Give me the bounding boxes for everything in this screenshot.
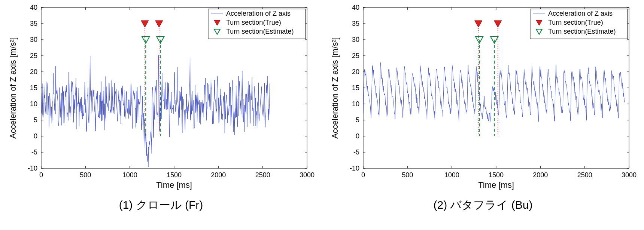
- svg-text:Time [ms]: Time [ms]: [478, 180, 514, 190]
- svg-text:5: 5: [356, 116, 359, 124]
- chart-1-svg: 050010001500200025003000-10-505101520253…: [7, 0, 315, 194]
- svg-text:-10: -10: [28, 165, 37, 172]
- svg-text:5: 5: [34, 116, 37, 124]
- svg-text:-5: -5: [31, 148, 37, 156]
- svg-text:20: 20: [352, 68, 359, 76]
- svg-text:1000: 1000: [122, 171, 137, 179]
- svg-text:0: 0: [356, 132, 359, 140]
- svg-text:25: 25: [352, 52, 359, 59]
- svg-text:500: 500: [402, 171, 413, 179]
- svg-text:30: 30: [30, 36, 37, 43]
- svg-text:500: 500: [80, 171, 91, 179]
- svg-text:40: 40: [352, 4, 359, 11]
- svg-text:2500: 2500: [255, 171, 270, 179]
- svg-text:Acceleration of Z axis: Acceleration of Z axis: [226, 10, 291, 17]
- svg-text:Acceleration of Z axis [m/s²]: Acceleration of Z axis [m/s²]: [330, 37, 340, 138]
- chart-panel-2: 050010001500200025003000-10-505101520253…: [329, 0, 637, 213]
- svg-text:20: 20: [30, 68, 37, 76]
- svg-text:Turn section(Estimate): Turn section(Estimate): [226, 28, 294, 35]
- svg-text:25: 25: [30, 52, 37, 59]
- svg-text:2000: 2000: [211, 171, 226, 179]
- svg-text:35: 35: [352, 20, 359, 27]
- svg-text:Acceleration of Z axis [m/s²]: Acceleration of Z axis [m/s²]: [8, 37, 18, 138]
- chart-2-caption: (2) バタフライ (Bu): [433, 197, 532, 213]
- svg-text:10: 10: [352, 100, 359, 108]
- svg-text:0: 0: [39, 171, 43, 179]
- svg-text:30: 30: [352, 36, 359, 43]
- svg-text:10: 10: [30, 100, 37, 108]
- chart-1-caption: (1) クロール (Fr): [119, 197, 203, 213]
- svg-text:Acceleration of Z axis: Acceleration of Z axis: [548, 10, 613, 17]
- svg-text:1500: 1500: [489, 171, 504, 179]
- svg-text:15: 15: [30, 84, 37, 92]
- svg-text:Turn section(True): Turn section(True): [226, 19, 281, 26]
- svg-text:35: 35: [30, 20, 37, 27]
- svg-text:-5: -5: [353, 148, 359, 156]
- chart-panel-1: 050010001500200025003000-10-505101520253…: [7, 0, 315, 213]
- svg-text:Turn section(Estimate): Turn section(Estimate): [548, 28, 616, 35]
- svg-text:-10: -10: [350, 165, 359, 172]
- svg-text:2500: 2500: [577, 171, 592, 179]
- svg-text:3000: 3000: [300, 171, 315, 179]
- svg-text:Turn section(True): Turn section(True): [548, 19, 603, 26]
- svg-text:0: 0: [361, 171, 365, 179]
- chart-1-plot: 050010001500200025003000-10-505101520253…: [7, 0, 315, 194]
- svg-text:15: 15: [352, 84, 359, 92]
- chart-2-plot: 050010001500200025003000-10-505101520253…: [329, 0, 637, 194]
- svg-text:40: 40: [30, 4, 37, 11]
- svg-text:Time [ms]: Time [ms]: [156, 180, 192, 190]
- svg-text:2000: 2000: [533, 171, 548, 179]
- svg-text:1500: 1500: [167, 171, 182, 179]
- chart-2-svg: 050010001500200025003000-10-505101520253…: [329, 0, 637, 194]
- svg-text:0: 0: [34, 132, 37, 140]
- svg-text:3000: 3000: [622, 171, 637, 179]
- svg-text:1000: 1000: [444, 171, 459, 179]
